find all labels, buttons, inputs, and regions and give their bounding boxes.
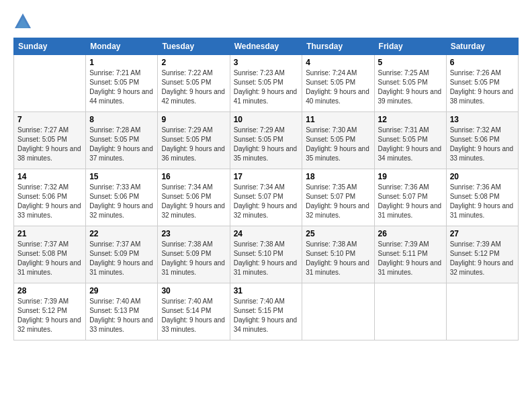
calendar-cell: 2Sunrise: 7:22 AMSunset: 5:05 PMDaylight… bbox=[158, 55, 230, 112]
calendar-cell bbox=[446, 283, 518, 340]
day-info: Sunrise: 7:23 AMSunset: 5:05 PMDaylight:… bbox=[234, 68, 299, 106]
day-info: Sunrise: 7:27 AMSunset: 5:05 PMDaylight:… bbox=[17, 126, 82, 163]
calendar-cell: 24Sunrise: 7:38 AMSunset: 5:10 PMDayligh… bbox=[230, 226, 302, 283]
calendar-cell: 23Sunrise: 7:38 AMSunset: 5:09 PMDayligh… bbox=[158, 226, 230, 283]
day-number: 15 bbox=[89, 172, 154, 181]
day-number: 1 bbox=[89, 58, 154, 67]
day-info: Sunrise: 7:36 AMSunset: 5:08 PMDaylight:… bbox=[450, 183, 515, 220]
calendar-week-row: 21Sunrise: 7:37 AMSunset: 5:08 PMDayligh… bbox=[14, 226, 519, 283]
day-number: 27 bbox=[450, 229, 515, 238]
day-number: 22 bbox=[89, 229, 154, 238]
calendar-cell: 25Sunrise: 7:38 AMSunset: 5:10 PMDayligh… bbox=[302, 226, 374, 283]
day-number: 28 bbox=[17, 286, 82, 295]
calendar-cell: 10Sunrise: 7:29 AMSunset: 5:05 PMDayligh… bbox=[230, 112, 302, 169]
calendar-cell: 5Sunrise: 7:25 AMSunset: 5:05 PMDaylight… bbox=[374, 55, 446, 112]
day-info: Sunrise: 7:26 AMSunset: 5:05 PMDaylight:… bbox=[450, 68, 515, 106]
day-number: 29 bbox=[89, 286, 154, 295]
calendar-week-row: 14Sunrise: 7:32 AMSunset: 5:06 PMDayligh… bbox=[14, 169, 519, 226]
calendar-header-row: SundayMondayTuesdayWednesdayThursdayFrid… bbox=[14, 38, 519, 55]
calendar-cell: 11Sunrise: 7:30 AMSunset: 5:05 PMDayligh… bbox=[302, 112, 374, 169]
day-info: Sunrise: 7:39 AMSunset: 5:12 PMDaylight:… bbox=[450, 240, 515, 277]
calendar-cell: 18Sunrise: 7:35 AMSunset: 5:07 PMDayligh… bbox=[302, 169, 374, 226]
day-info: Sunrise: 7:34 AMSunset: 5:07 PMDaylight:… bbox=[234, 183, 299, 220]
day-info: Sunrise: 7:40 AMSunset: 5:13 PMDaylight:… bbox=[89, 297, 154, 334]
day-info: Sunrise: 7:31 AMSunset: 5:05 PMDaylight:… bbox=[378, 126, 443, 163]
day-info: Sunrise: 7:33 AMSunset: 5:06 PMDaylight:… bbox=[89, 183, 154, 220]
day-info: Sunrise: 7:29 AMSunset: 5:05 PMDaylight:… bbox=[234, 126, 299, 163]
calendar-cell: 7Sunrise: 7:27 AMSunset: 5:05 PMDaylight… bbox=[14, 112, 86, 169]
day-number: 7 bbox=[17, 115, 82, 124]
day-number: 17 bbox=[234, 172, 299, 181]
weekday-header-friday: Friday bbox=[374, 38, 446, 55]
day-number: 13 bbox=[450, 115, 515, 124]
day-info: Sunrise: 7:38 AMSunset: 5:10 PMDaylight:… bbox=[234, 240, 299, 277]
day-number: 12 bbox=[378, 115, 443, 124]
day-info: Sunrise: 7:32 AMSunset: 5:06 PMDaylight:… bbox=[450, 126, 515, 163]
day-info: Sunrise: 7:24 AMSunset: 5:05 PMDaylight:… bbox=[306, 68, 370, 106]
day-number: 30 bbox=[161, 286, 226, 295]
day-info: Sunrise: 7:35 AMSunset: 5:07 PMDaylight:… bbox=[306, 183, 370, 220]
calendar-cell: 4Sunrise: 7:24 AMSunset: 5:05 PMDaylight… bbox=[302, 55, 374, 112]
calendar-cell bbox=[14, 55, 86, 112]
day-number: 14 bbox=[17, 172, 82, 181]
day-info: Sunrise: 7:39 AMSunset: 5:12 PMDaylight:… bbox=[17, 297, 82, 334]
day-number: 16 bbox=[161, 172, 226, 181]
header bbox=[13, 12, 519, 31]
calendar-cell: 9Sunrise: 7:29 AMSunset: 5:05 PMDaylight… bbox=[158, 112, 230, 169]
day-info: Sunrise: 7:28 AMSunset: 5:05 PMDaylight:… bbox=[89, 126, 154, 163]
calendar-cell: 29Sunrise: 7:40 AMSunset: 5:13 PMDayligh… bbox=[86, 283, 158, 340]
calendar-cell bbox=[374, 283, 446, 340]
calendar-cell: 22Sunrise: 7:37 AMSunset: 5:09 PMDayligh… bbox=[86, 226, 158, 283]
day-number: 6 bbox=[450, 58, 515, 67]
day-number: 20 bbox=[450, 172, 515, 181]
day-number: 5 bbox=[378, 58, 443, 67]
calendar-week-row: 28Sunrise: 7:39 AMSunset: 5:12 PMDayligh… bbox=[14, 283, 519, 340]
calendar-cell: 27Sunrise: 7:39 AMSunset: 5:12 PMDayligh… bbox=[446, 226, 518, 283]
day-info: Sunrise: 7:37 AMSunset: 5:08 PMDaylight:… bbox=[17, 240, 82, 277]
day-info: Sunrise: 7:21 AMSunset: 5:05 PMDaylight:… bbox=[89, 68, 154, 106]
day-number: 9 bbox=[161, 115, 226, 124]
day-info: Sunrise: 7:36 AMSunset: 5:07 PMDaylight:… bbox=[378, 183, 443, 220]
day-number: 24 bbox=[234, 229, 299, 238]
day-number: 25 bbox=[306, 229, 370, 238]
day-number: 2 bbox=[161, 58, 226, 67]
weekday-header-saturday: Saturday bbox=[446, 38, 518, 55]
day-info: Sunrise: 7:22 AMSunset: 5:05 PMDaylight:… bbox=[161, 68, 226, 106]
weekday-header-wednesday: Wednesday bbox=[230, 38, 302, 55]
calendar: SundayMondayTuesdayWednesdayThursdayFrid… bbox=[13, 38, 519, 340]
day-info: Sunrise: 7:39 AMSunset: 5:11 PMDaylight:… bbox=[378, 240, 443, 277]
calendar-cell bbox=[302, 283, 374, 340]
day-number: 21 bbox=[17, 229, 82, 238]
day-info: Sunrise: 7:29 AMSunset: 5:05 PMDaylight:… bbox=[161, 126, 226, 163]
calendar-cell: 12Sunrise: 7:31 AMSunset: 5:05 PMDayligh… bbox=[374, 112, 446, 169]
calendar-cell: 20Sunrise: 7:36 AMSunset: 5:08 PMDayligh… bbox=[446, 169, 518, 226]
day-number: 8 bbox=[89, 115, 154, 124]
calendar-cell: 8Sunrise: 7:28 AMSunset: 5:05 PMDaylight… bbox=[86, 112, 158, 169]
calendar-cell: 30Sunrise: 7:40 AMSunset: 5:14 PMDayligh… bbox=[158, 283, 230, 340]
calendar-cell: 6Sunrise: 7:26 AMSunset: 5:05 PMDaylight… bbox=[446, 55, 518, 112]
calendar-cell: 21Sunrise: 7:37 AMSunset: 5:08 PMDayligh… bbox=[14, 226, 86, 283]
day-number: 3 bbox=[234, 58, 299, 67]
day-number: 18 bbox=[306, 172, 370, 181]
day-info: Sunrise: 7:38 AMSunset: 5:09 PMDaylight:… bbox=[161, 240, 226, 277]
weekday-header-sunday: Sunday bbox=[14, 38, 86, 55]
day-number: 10 bbox=[234, 115, 299, 124]
day-info: Sunrise: 7:30 AMSunset: 5:05 PMDaylight:… bbox=[306, 126, 370, 163]
page: SundayMondayTuesdayWednesdayThursdayFrid… bbox=[0, 0, 532, 411]
calendar-cell: 16Sunrise: 7:34 AMSunset: 5:06 PMDayligh… bbox=[158, 169, 230, 226]
calendar-cell: 14Sunrise: 7:32 AMSunset: 5:06 PMDayligh… bbox=[14, 169, 86, 226]
day-info: Sunrise: 7:32 AMSunset: 5:06 PMDaylight:… bbox=[17, 183, 82, 220]
calendar-cell: 31Sunrise: 7:40 AMSunset: 5:15 PMDayligh… bbox=[230, 283, 302, 340]
calendar-week-row: 7Sunrise: 7:27 AMSunset: 5:05 PMDaylight… bbox=[14, 112, 519, 169]
day-info: Sunrise: 7:38 AMSunset: 5:10 PMDaylight:… bbox=[306, 240, 370, 277]
weekday-header-monday: Monday bbox=[86, 38, 158, 55]
calendar-cell: 17Sunrise: 7:34 AMSunset: 5:07 PMDayligh… bbox=[230, 169, 302, 226]
day-number: 4 bbox=[306, 58, 370, 67]
calendar-cell: 28Sunrise: 7:39 AMSunset: 5:12 PMDayligh… bbox=[14, 283, 86, 340]
logo-icon bbox=[13, 12, 32, 31]
calendar-cell: 15Sunrise: 7:33 AMSunset: 5:06 PMDayligh… bbox=[86, 169, 158, 226]
day-number: 19 bbox=[378, 172, 443, 181]
calendar-cell: 3Sunrise: 7:23 AMSunset: 5:05 PMDaylight… bbox=[230, 55, 302, 112]
weekday-header-tuesday: Tuesday bbox=[158, 38, 230, 55]
day-info: Sunrise: 7:40 AMSunset: 5:14 PMDaylight:… bbox=[161, 297, 226, 334]
